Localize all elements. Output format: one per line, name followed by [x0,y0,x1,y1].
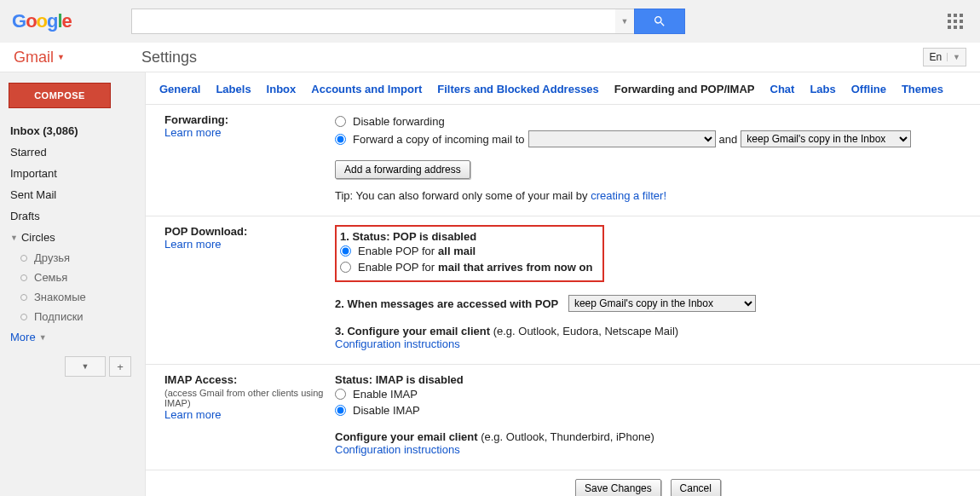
search-box: ▼ [131,9,685,34]
tab-inbox[interactable]: Inbox [267,83,297,95]
radio-imap-enable[interactable] [335,389,346,400]
imap-config-example: (e.g. Outlook, Thunderbird, iPhone) [481,430,654,443]
pop-step3-example: (e.g. Outlook, Eudora, Netscape Mail) [493,325,679,337]
sidebar-item-inbox[interactable]: Inbox (3,086) [9,120,136,141]
circle-dot-icon [20,255,27,262]
tab-accounts[interactable]: Accounts and Import [311,83,422,95]
label-imap-enable: Enable IMAP [353,388,418,401]
search-options-dropdown[interactable]: ▼ [615,9,634,34]
circle-item[interactable]: Друзья [9,248,136,268]
tab-filters[interactable]: Filters and Blocked Addresses [437,83,599,95]
label-imap-disable: Disable IMAP [353,404,420,417]
settings-tabs: General Labels Inbox Accounts and Import… [146,72,980,105]
tab-labels[interactable]: Labels [216,83,251,95]
radio-forward-copy[interactable] [335,134,346,145]
sidebar-dropdown-button[interactable]: ▼ [65,356,106,377]
pop-learn-more[interactable]: Learn more [164,238,221,251]
circle-item[interactable]: Знакомые [9,287,136,307]
sidebar-item-more[interactable]: More▼ [9,326,136,348]
imap-status: Status: IMAP is disabled [335,373,464,386]
save-changes-button[interactable]: Save Changes [575,479,661,496]
label-and: and [719,133,738,146]
tab-general[interactable]: General [159,83,200,95]
chevron-down-icon: ▼ [39,333,47,342]
radio-disable-forwarding[interactable] [335,116,346,127]
forwarding-label: Forwarding: [164,113,228,126]
tab-offline[interactable]: Offline [851,83,886,95]
tab-forwarding[interactable]: Forwarding and POP/IMAP [614,83,755,95]
forward-email-select[interactable] [528,130,716,147]
label-disable-forwarding: Disable forwarding [353,115,445,128]
apps-icon[interactable] [948,14,963,29]
chevron-down-icon: ▼ [57,53,65,61]
label-pop-new-pre: Enable POP for [358,261,435,274]
pop-highlight-box: 1. Status: POP is disabled Enable POP fo… [335,225,604,282]
circle-item[interactable]: Подписки [9,307,136,326]
pop-status: 1. Status: POP is disabled [340,230,476,243]
sidebar-item-starred[interactable]: Starred [9,141,136,163]
tab-themes[interactable]: Themes [902,83,943,95]
imap-config-label: Configure your email client [335,430,481,443]
search-input[interactable] [131,9,615,34]
tab-labs[interactable]: Labs [810,83,835,95]
imap-learn-more[interactable]: Learn more [164,408,221,421]
radio-pop-all[interactable] [340,245,351,257]
add-forwarding-address-button[interactable]: Add a forwarding address [335,160,470,179]
forwarding-learn-more[interactable]: Learn more [164,126,221,139]
label-pop-all-bold: all mail [438,245,476,257]
language-switcher[interactable]: En ▼ [923,48,966,66]
radio-pop-new[interactable] [340,262,351,273]
imap-label: IMAP Access: [164,373,237,386]
imap-config-link[interactable]: Configuration instructions [335,443,460,456]
pop-step3-label: 3. Configure your email client [335,325,493,337]
sidebar-item-drafts[interactable]: Drafts [9,205,136,227]
app-switcher[interactable]: Gmail ▼ [14,49,65,66]
google-logo[interactable]: Google [12,10,72,32]
circle-dot-icon [20,294,27,301]
label-pop-all-pre: Enable POP for [358,245,435,257]
pop-step2-label: 2. When messages are accessed with POP [335,297,558,310]
forwarding-tip: Tip: You can also forward only some of y… [335,189,591,202]
search-icon [653,14,666,28]
pop-label: POP Download: [164,225,247,238]
circle-item[interactable]: Семья [9,268,136,287]
forward-action-select[interactable]: keep Gmail's copy in the Inbox [741,130,911,147]
chevron-down-icon: ▼ [947,53,960,61]
circle-dot-icon [20,314,27,320]
search-button[interactable] [634,9,685,34]
label-forward-copy: Forward a copy of incoming mail to [353,133,525,146]
tab-chat[interactable]: Chat [770,83,795,95]
label-pop-new-bold: mail that arrives from now on [438,261,592,274]
plus-icon: + [117,360,124,373]
chevron-down-icon: ▼ [10,234,18,242]
chevron-down-icon: ▼ [82,362,89,371]
compose-button[interactable]: COMPOSE [9,83,111,108]
sidebar-item-important[interactable]: Important [9,163,136,184]
radio-imap-disable[interactable] [335,405,346,416]
pop-config-link[interactable]: Configuration instructions [335,337,460,350]
page-title: Settings [141,49,197,66]
sidebar-add-button[interactable]: + [109,356,131,377]
create-filter-link[interactable]: creating a filter! [591,189,666,202]
imap-sublabel: (access Gmail from other clients using I… [164,388,335,408]
pop-action-select[interactable]: keep Gmail's copy in the Inbox [568,295,756,312]
cancel-button[interactable]: Cancel [671,479,721,496]
sidebar-item-sent[interactable]: Sent Mail [9,184,136,205]
sidebar-item-circles[interactable]: ▼ Circles [9,227,136,248]
circle-dot-icon [20,274,27,281]
app-label: Gmail [14,49,54,66]
